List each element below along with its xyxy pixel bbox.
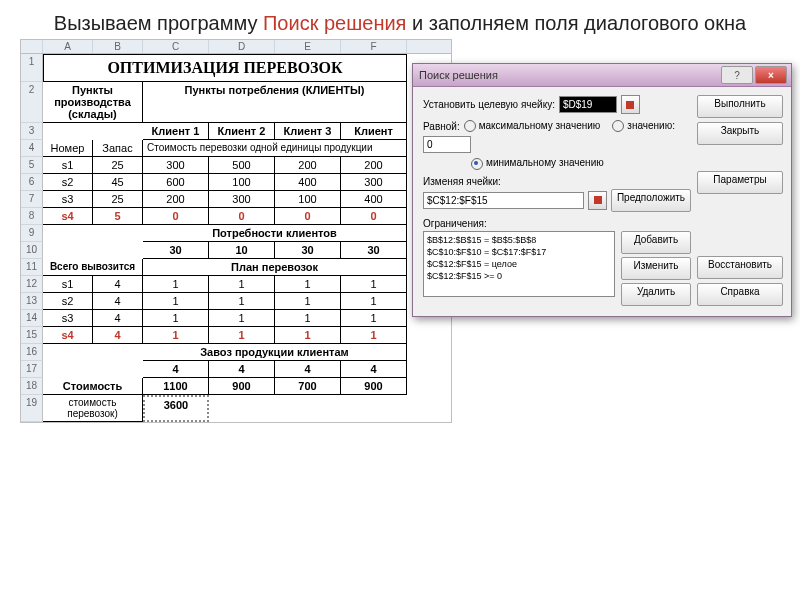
plan-total[interactable]: 4 — [93, 293, 143, 310]
empty-cell — [209, 395, 275, 422]
plan-total[interactable]: 4 — [93, 310, 143, 327]
total-cost-cell[interactable]: 3600 — [143, 395, 209, 422]
radio-max[interactable]: максимальному значению — [464, 120, 601, 132]
unit-cost-cell[interactable]: 300 — [209, 191, 275, 208]
radio-min-label: минимальному значению — [486, 157, 604, 168]
unit-cost-cell[interactable]: 0 — [341, 208, 407, 225]
unit-cost-cell[interactable]: 400 — [275, 174, 341, 191]
demand-value[interactable]: 30 — [275, 242, 341, 259]
warehouse-name[interactable]: s2 — [43, 174, 93, 191]
plan-total[interactable]: 4 — [93, 327, 143, 344]
unit-cost-cell[interactable]: 100 — [275, 191, 341, 208]
unit-cost-cell[interactable]: 200 — [143, 191, 209, 208]
unit-cost-cell[interactable]: 200 — [275, 157, 341, 174]
plan-cell[interactable]: 1 — [341, 310, 407, 327]
plan-cell[interactable]: 1 — [275, 327, 341, 344]
cost-value[interactable]: 1100 — [143, 378, 209, 395]
plan-cell[interactable]: 1 — [209, 293, 275, 310]
column-header[interactable]: A — [43, 40, 93, 53]
constraints-listbox[interactable]: $B$12:$B$15 = $B$5:$B$8$C$10:$F$10 = $C$… — [423, 231, 615, 297]
help-button[interactable]: Справка — [697, 283, 783, 306]
radio-value[interactable]: значению: — [612, 120, 675, 132]
deliver-value[interactable]: 4 — [143, 361, 209, 378]
close-icon[interactable]: × — [755, 66, 787, 84]
params-button[interactable]: Параметры — [697, 171, 783, 194]
plan-cell[interactable]: 1 — [143, 276, 209, 293]
constraint-item[interactable]: $C$12:$F$15 = целое — [427, 258, 611, 270]
plan-cell[interactable]: 1 — [341, 327, 407, 344]
solver-dialog[interactable]: Поиск решения ? × Установить целевую яче… — [412, 63, 792, 317]
cost-value[interactable]: 700 — [275, 378, 341, 395]
stock-value[interactable]: 5 — [93, 208, 143, 225]
constraint-item[interactable]: $C$10:$F$10 = $C$17:$F$17 — [427, 246, 611, 258]
constraint-item[interactable]: $C$12:$F$15 >= 0 — [427, 270, 611, 282]
plan-cell[interactable]: 1 — [209, 310, 275, 327]
column-header[interactable]: E — [275, 40, 341, 53]
changing-cells-input[interactable]: $C$12:$F$15 — [423, 192, 584, 209]
dialog-titlebar[interactable]: Поиск решения ? × — [413, 64, 791, 87]
unit-cost-cell[interactable]: 100 — [209, 174, 275, 191]
plan-cell[interactable]: 1 — [275, 310, 341, 327]
range-picker-icon[interactable] — [588, 191, 607, 210]
unit-cost-cell[interactable]: 0 — [209, 208, 275, 225]
equal-label: Равной: — [423, 121, 460, 132]
plan-cell[interactable]: 1 — [209, 276, 275, 293]
plan-cell[interactable]: 1 — [341, 293, 407, 310]
unit-cost-cell[interactable]: 200 — [341, 157, 407, 174]
warehouse-name[interactable]: s1 — [43, 157, 93, 174]
row-number: 17 — [21, 361, 43, 378]
stock-value[interactable]: 25 — [93, 157, 143, 174]
plan-cell[interactable]: 1 — [143, 310, 209, 327]
stock-value[interactable]: 25 — [93, 191, 143, 208]
column-header[interactable]: D — [209, 40, 275, 53]
range-picker-icon[interactable] — [621, 95, 640, 114]
column-header[interactable]: B — [93, 40, 143, 53]
demand-value[interactable]: 30 — [341, 242, 407, 259]
cost-value[interactable]: 900 — [209, 378, 275, 395]
reset-button[interactable]: Восстановить — [697, 256, 783, 279]
edit-constraint-button[interactable]: Изменить — [621, 257, 691, 280]
target-cell-input[interactable]: $D$19 — [559, 96, 617, 113]
column-header[interactable] — [21, 40, 43, 53]
radio-min[interactable]: минимальному значению — [471, 157, 604, 169]
plan-cell[interactable]: 1 — [143, 327, 209, 344]
unit-cost-cell[interactable]: 300 — [341, 174, 407, 191]
run-button[interactable]: Выполнить — [697, 95, 783, 118]
stock-value[interactable]: 45 — [93, 174, 143, 191]
unit-cost-cell[interactable]: 600 — [143, 174, 209, 191]
unit-cost-cell[interactable]: 0 — [143, 208, 209, 225]
plan-cell[interactable]: 1 — [143, 293, 209, 310]
plan-warehouse-name[interactable]: s4 — [43, 327, 93, 344]
deliver-value[interactable]: 4 — [275, 361, 341, 378]
unit-cost-cell[interactable]: 0 — [275, 208, 341, 225]
unit-cost-cell[interactable]: 500 — [209, 157, 275, 174]
constraint-item[interactable]: $B$12:$B$15 = $B$5:$B$8 — [427, 234, 611, 246]
guess-button[interactable]: Предположить — [611, 189, 691, 212]
plan-cell[interactable]: 1 — [341, 276, 407, 293]
plan-total[interactable]: 4 — [93, 276, 143, 293]
unit-cost-cell[interactable]: 300 — [143, 157, 209, 174]
unit-cost-cell[interactable]: 400 — [341, 191, 407, 208]
value-input[interactable]: 0 — [423, 136, 471, 153]
delete-constraint-button[interactable]: Удалить — [621, 283, 691, 306]
warehouse-name[interactable]: s3 — [43, 191, 93, 208]
cost-value[interactable]: 900 — [341, 378, 407, 395]
plan-cell[interactable]: 1 — [275, 276, 341, 293]
deliver-value[interactable]: 4 — [209, 361, 275, 378]
plan-warehouse-name[interactable]: s1 — [43, 276, 93, 293]
warehouse-name[interactable]: s4 — [43, 208, 93, 225]
spreadsheet[interactable]: ABCDEF 1ОПТИМИЗАЦИЯ ПЕРЕВОЗОК 2 Пункты п… — [20, 39, 452, 423]
help-icon[interactable]: ? — [721, 66, 753, 84]
plan-warehouse-name[interactable]: s3 — [43, 310, 93, 327]
close-button[interactable]: Закрыть — [697, 122, 783, 145]
demand-value[interactable]: 10 — [209, 242, 275, 259]
plan-warehouse-name[interactable]: s2 — [43, 293, 93, 310]
column-header[interactable]: F — [341, 40, 407, 53]
plan-cell[interactable]: 1 — [209, 327, 275, 344]
demand-value[interactable]: 30 — [143, 242, 209, 259]
slide-title-post: и заполняем поля диалогового окна — [406, 12, 746, 34]
plan-cell[interactable]: 1 — [275, 293, 341, 310]
deliver-value[interactable]: 4 — [341, 361, 407, 378]
column-header[interactable]: C — [143, 40, 209, 53]
add-constraint-button[interactable]: Добавить — [621, 231, 691, 254]
